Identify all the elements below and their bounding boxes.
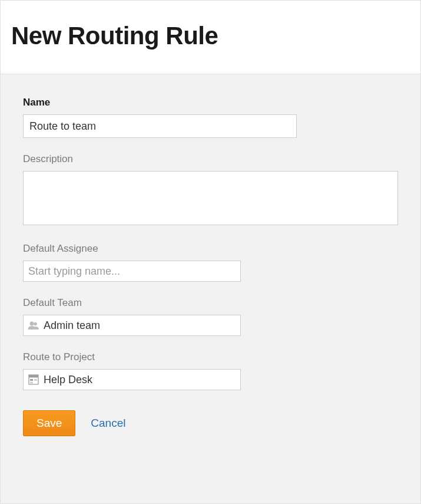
route-to-project-input[interactable] (40, 370, 237, 390)
svg-rect-3 (29, 375, 38, 378)
name-input[interactable] (23, 114, 297, 138)
route-to-project-group: Route to Project (23, 351, 398, 390)
form-area: Name Description Default Assignee Defaul… (1, 74, 420, 503)
default-team-picker[interactable] (23, 315, 241, 336)
project-icon (27, 373, 40, 386)
default-assignee-label: Default Assignee (23, 243, 398, 255)
svg-rect-6 (30, 382, 33, 384)
svg-rect-5 (34, 379, 37, 381)
team-icon (27, 319, 40, 332)
default-assignee-input[interactable] (27, 261, 237, 281)
route-to-project-picker[interactable] (23, 369, 241, 390)
description-label: Description (23, 153, 398, 165)
save-button[interactable]: Save (23, 410, 75, 436)
route-to-project-label: Route to Project (23, 351, 398, 363)
svg-point-0 (30, 322, 34, 326)
default-team-label: Default Team (23, 297, 398, 309)
default-assignee-group: Default Assignee (23, 243, 398, 282)
description-group: Description (23, 153, 398, 228)
description-textarea[interactable] (23, 171, 398, 225)
cancel-link[interactable]: Cancel (91, 417, 125, 430)
default-team-input[interactable] (40, 315, 237, 335)
svg-point-1 (34, 322, 37, 326)
default-assignee-picker[interactable] (23, 261, 241, 282)
actions-row: Save Cancel (23, 410, 398, 436)
page-header: New Routing Rule (1, 1, 420, 74)
name-label: Name (23, 97, 398, 108)
svg-rect-4 (30, 379, 33, 381)
default-team-group: Default Team (23, 297, 398, 336)
routing-rule-form-container: New Routing Rule Name Description Defaul… (0, 0, 421, 504)
name-group: Name (23, 97, 398, 138)
page-title: New Routing Rule (11, 22, 410, 50)
